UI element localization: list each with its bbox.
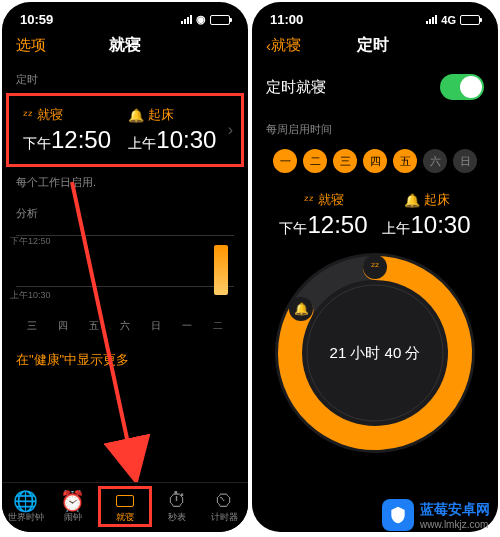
status-time: 11:00	[270, 12, 303, 27]
watermark-icon	[382, 499, 414, 531]
tab-world-clock[interactable]: 🌐世界时钟	[2, 489, 49, 524]
bedtime-value: 12:50	[51, 126, 111, 153]
chart-bar	[214, 245, 228, 295]
day-wed[interactable]: 三	[333, 149, 357, 173]
status-right: ◉	[181, 12, 230, 27]
signal-icon	[181, 15, 192, 24]
show-more-link[interactable]: 在"健康"中显示更多	[2, 337, 248, 383]
analysis-label: 分析	[2, 196, 248, 225]
timer-icon: ⏲	[201, 489, 248, 511]
tab-alarm[interactable]: ⏰闹钟	[49, 489, 96, 524]
watermark-name: 蓝莓安卓网	[420, 501, 490, 517]
bedtime-value: 12:50	[307, 211, 367, 238]
chevron-right-icon: ›	[228, 121, 233, 139]
day-selector: 一 二 三 四 五 六 日	[252, 141, 498, 181]
toggle-label: 定时就寝	[266, 78, 326, 97]
sleep-icon: ᶻᶻ	[23, 108, 33, 123]
dial-wake-handle[interactable]: 🔔	[289, 297, 313, 321]
battery-icon	[210, 15, 230, 25]
stopwatch-icon: ⏱	[154, 489, 201, 511]
day-tue[interactable]: 二	[303, 149, 327, 173]
analysis-chart: 下午12:50 上午10:30	[2, 235, 248, 315]
chart-day-labels: 三四五六日一二	[2, 315, 248, 337]
scheduled-toggle[interactable]	[440, 74, 484, 100]
wake-value: 10:30	[410, 211, 470, 238]
scheduled-sleep-row: 定时就寝	[252, 62, 498, 112]
tab-bedtime[interactable]: 就寝	[98, 486, 151, 527]
nav-bar: 选项 就寝	[2, 29, 248, 62]
day-mon[interactable]: 一	[273, 149, 297, 173]
page-title: 就寝	[16, 35, 234, 56]
tab-stopwatch[interactable]: ⏱秒表	[154, 489, 201, 524]
wake-label: 🔔起床	[128, 106, 227, 124]
battery-icon	[460, 15, 480, 25]
day-sat[interactable]: 六	[423, 149, 447, 173]
phone-left: 10:59 ◉ 选项 就寝 定时 ᶻᶻ就寝 下午12:50 🔔起床 上午10:3…	[2, 2, 248, 532]
tab-timer[interactable]: ⏲计时器	[201, 489, 248, 524]
sleep-icon: ᶻᶻ	[304, 193, 314, 208]
section-timer-label: 定时	[2, 62, 248, 91]
day-thu[interactable]: 四	[363, 149, 387, 173]
status-time: 10:59	[20, 12, 53, 27]
bell-icon: 🔔	[128, 108, 144, 123]
watermark-url: www.lmkjz.com	[420, 519, 490, 530]
week-label: 每周启用时间	[252, 112, 498, 141]
notch	[70, 2, 180, 24]
phone-right: 11:00 4G ‹ 就寝 定时 定时就寝 每周启用时间 一 二 三 四 五 六…	[252, 2, 498, 532]
globe-icon: 🌐	[2, 489, 49, 511]
notch	[320, 2, 430, 24]
nav-back-button[interactable]: ‹ 就寝	[266, 36, 301, 55]
network-label: 4G	[441, 14, 456, 26]
dial-bedtime-handle[interactable]: ᶻᶻ	[363, 255, 387, 279]
bedtime-wake-row[interactable]: ᶻᶻ就寝 下午12:50 🔔起床 上午10:30 ›	[9, 96, 241, 164]
bell-icon: 🔔	[404, 193, 420, 208]
bedtime-label: ᶻᶻ就寝	[279, 191, 367, 209]
nav-bar: ‹ 就寝 定时	[252, 29, 498, 62]
highlight-box-times: ᶻᶻ就寝 下午12:50 🔔起床 上午10:30 ›	[6, 93, 244, 167]
tab-bar: 🌐世界时钟 ⏰闹钟 就寝 ⏱秒表 ⏲计时器	[2, 482, 248, 532]
bedtime-label: ᶻᶻ就寝	[23, 106, 122, 124]
day-fri[interactable]: 五	[393, 149, 417, 173]
bed-icon	[101, 489, 148, 511]
sleep-dial[interactable]: ᶻᶻ 🔔 21 小时 40 分	[275, 253, 475, 453]
day-sun[interactable]: 日	[453, 149, 477, 173]
status-right: 4G	[426, 12, 480, 27]
wifi-icon: ◉	[196, 13, 206, 26]
page-title: 定时	[301, 35, 444, 56]
alarm-icon: ⏰	[49, 489, 96, 511]
weekday-note: 每个工作日启用.	[2, 169, 248, 196]
dial-duration: 21 小时 40 分	[330, 344, 421, 363]
wake-value: 10:30	[156, 126, 216, 153]
wake-label: 🔔起床	[382, 191, 470, 209]
sleep-times: ᶻᶻ就寝 下午12:50 🔔起床 上午10:30	[252, 181, 498, 243]
watermark: 蓝莓安卓网 www.lmkjz.com	[382, 499, 490, 531]
